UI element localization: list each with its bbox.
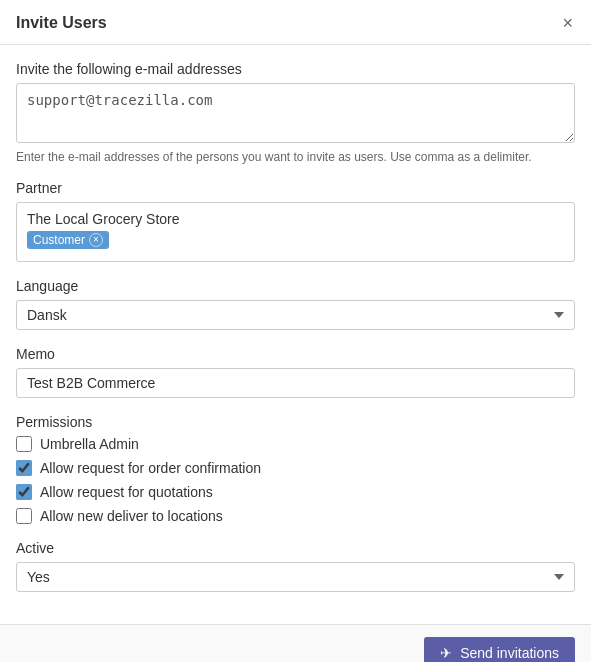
allow-order-label: Allow request for order confirmation — [40, 460, 261, 476]
language-select[interactable]: Dansk English German French Spanish — [16, 300, 575, 330]
active-label: Active — [16, 540, 575, 556]
partner-tag-label: Customer — [33, 233, 85, 247]
active-section: Active Yes No — [16, 540, 575, 592]
memo-label: Memo — [16, 346, 575, 362]
language-label: Language — [16, 278, 575, 294]
modal-footer: ✈ Send invitations — [0, 624, 591, 662]
allow-deliver-checkbox[interactable] — [16, 508, 32, 524]
email-textarea[interactable]: support@tracezilla.com — [16, 83, 575, 143]
permissions-label: Permissions — [16, 414, 575, 430]
modal-header: Invite Users × — [0, 0, 591, 45]
memo-section: Memo — [16, 346, 575, 398]
partner-box: The Local Grocery Store Customer × — [16, 202, 575, 262]
email-label: Invite the following e-mail addresses — [16, 61, 575, 77]
partner-name: The Local Grocery Store — [27, 211, 564, 227]
modal-title: Invite Users — [16, 14, 107, 32]
partner-tag-close-button[interactable]: × — [89, 233, 103, 247]
allow-quotations-checkbox[interactable] — [16, 484, 32, 500]
invite-users-modal: Invite Users × Invite the following e-ma… — [0, 0, 591, 662]
memo-input[interactable] — [16, 368, 575, 398]
partner-section: Partner The Local Grocery Store Customer… — [16, 180, 575, 262]
partner-tag: Customer × — [27, 231, 109, 249]
permission-item-order: Allow request for order confirmation — [16, 460, 575, 476]
email-section: Invite the following e-mail addresses su… — [16, 61, 575, 164]
permissions-section: Permissions Umbrella Admin Allow request… — [16, 414, 575, 524]
permission-item-deliver: Allow new deliver to locations — [16, 508, 575, 524]
allow-order-checkbox[interactable] — [16, 460, 32, 476]
allow-deliver-label: Allow new deliver to locations — [40, 508, 223, 524]
send-button-label: Send invitations — [460, 645, 559, 661]
email-hint: Enter the e-mail addresses of the person… — [16, 150, 575, 164]
send-icon: ✈ — [440, 645, 452, 661]
active-select[interactable]: Yes No — [16, 562, 575, 592]
umbrella-admin-checkbox[interactable] — [16, 436, 32, 452]
allow-quotations-label: Allow request for quotations — [40, 484, 213, 500]
modal-body: Invite the following e-mail addresses su… — [0, 45, 591, 624]
umbrella-admin-label: Umbrella Admin — [40, 436, 139, 452]
close-button[interactable]: × — [560, 14, 575, 32]
partner-label: Partner — [16, 180, 575, 196]
language-section: Language Dansk English German French Spa… — [16, 278, 575, 330]
permission-item-quotations: Allow request for quotations — [16, 484, 575, 500]
send-invitations-button[interactable]: ✈ Send invitations — [424, 637, 575, 662]
permission-item-umbrella: Umbrella Admin — [16, 436, 575, 452]
